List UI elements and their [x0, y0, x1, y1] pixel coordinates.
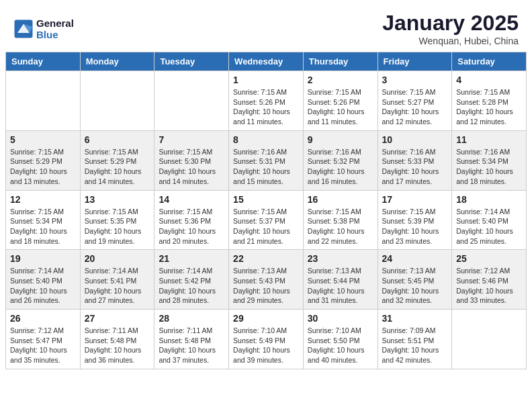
calendar-cell: 3Sunrise: 7:15 AM Sunset: 5:27 PM Daylig…	[378, 71, 452, 131]
calendar-cell: 30Sunrise: 7:10 AM Sunset: 5:50 PM Dayli…	[303, 310, 378, 369]
day-info: Sunrise: 7:14 AM Sunset: 5:40 PM Dayligh…	[456, 207, 522, 246]
day-info: Sunrise: 7:15 AM Sunset: 5:29 PM Dayligh…	[10, 147, 76, 187]
weekday-header: Sunday	[6, 52, 81, 71]
day-info: Sunrise: 7:10 AM Sunset: 5:49 PM Dayligh…	[233, 326, 299, 365]
day-number: 8	[233, 134, 299, 145]
calendar-cell: 12Sunrise: 7:15 AM Sunset: 5:34 PM Dayli…	[6, 190, 81, 250]
calendar-cell: 10Sunrise: 7:16 AM Sunset: 5:33 PM Dayli…	[378, 130, 452, 190]
day-number: 7	[159, 134, 224, 145]
calendar-cell: 11Sunrise: 7:16 AM Sunset: 5:34 PM Dayli…	[452, 130, 527, 190]
calendar-cell: 7Sunrise: 7:15 AM Sunset: 5:30 PM Daylig…	[154, 130, 229, 190]
day-info: Sunrise: 7:15 AM Sunset: 5:28 PM Dayligh…	[456, 87, 522, 127]
day-number: 1	[233, 75, 299, 85]
day-number: 30	[308, 313, 373, 324]
day-number: 21	[159, 253, 224, 264]
day-number: 16	[308, 194, 373, 205]
day-number: 4	[456, 75, 522, 85]
calendar-cell: 17Sunrise: 7:15 AM Sunset: 5:39 PM Dayli…	[378, 190, 452, 250]
logo-text: General Blue	[36, 17, 74, 40]
calendar-cell: 6Sunrise: 7:15 AM Sunset: 5:29 PM Daylig…	[80, 130, 154, 190]
day-info: Sunrise: 7:10 AM Sunset: 5:50 PM Dayligh…	[308, 326, 373, 365]
calendar-cell: 14Sunrise: 7:15 AM Sunset: 5:36 PM Dayli…	[154, 190, 229, 250]
day-info: Sunrise: 7:09 AM Sunset: 5:51 PM Dayligh…	[382, 326, 448, 365]
calendar-table: SundayMondayTuesdayWednesdayThursdayFrid…	[5, 52, 527, 369]
calendar-cell	[6, 71, 81, 131]
day-number: 5	[10, 134, 76, 145]
day-info: Sunrise: 7:15 AM Sunset: 5:27 PM Dayligh…	[382, 87, 448, 127]
weekday-header: Monday	[80, 52, 154, 71]
calendar-cell: 1Sunrise: 7:15 AM Sunset: 5:26 PM Daylig…	[229, 71, 304, 131]
day-number: 11	[456, 134, 522, 145]
day-info: Sunrise: 7:16 AM Sunset: 5:32 PM Dayligh…	[308, 147, 373, 187]
week-row: 12Sunrise: 7:15 AM Sunset: 5:34 PM Dayli…	[6, 190, 527, 250]
day-number: 17	[382, 194, 448, 205]
day-info: Sunrise: 7:15 AM Sunset: 5:39 PM Dayligh…	[382, 207, 448, 246]
day-number: 9	[308, 134, 373, 145]
day-info: Sunrise: 7:12 AM Sunset: 5:46 PM Dayligh…	[456, 266, 522, 306]
day-info: Sunrise: 7:11 AM Sunset: 5:48 PM Dayligh…	[85, 326, 150, 365]
title-block: January 2025 Wenquan, Hubei, China	[382, 11, 519, 46]
calendar-cell: 29Sunrise: 7:10 AM Sunset: 5:49 PM Dayli…	[229, 310, 304, 369]
day-number: 3	[382, 75, 448, 85]
day-number: 6	[85, 134, 150, 145]
day-info: Sunrise: 7:15 AM Sunset: 5:36 PM Dayligh…	[159, 207, 224, 246]
day-number: 22	[233, 253, 299, 264]
day-number: 24	[382, 253, 448, 264]
day-info: Sunrise: 7:15 AM Sunset: 5:26 PM Dayligh…	[308, 87, 373, 127]
weekday-header: Tuesday	[154, 52, 229, 71]
calendar-cell: 13Sunrise: 7:15 AM Sunset: 5:35 PM Dayli…	[80, 190, 154, 250]
day-info: Sunrise: 7:14 AM Sunset: 5:41 PM Dayligh…	[85, 266, 150, 306]
week-row: 5Sunrise: 7:15 AM Sunset: 5:29 PM Daylig…	[6, 130, 527, 190]
day-number: 20	[85, 253, 150, 264]
calendar-cell	[154, 71, 229, 131]
day-info: Sunrise: 7:15 AM Sunset: 5:35 PM Dayligh…	[85, 207, 150, 246]
calendar-cell: 2Sunrise: 7:15 AM Sunset: 5:26 PM Daylig…	[303, 71, 378, 131]
calendar-wrapper: SundayMondayTuesdayWednesdayThursdayFrid…	[0, 52, 532, 375]
calendar-cell: 19Sunrise: 7:14 AM Sunset: 5:40 PM Dayli…	[6, 250, 81, 310]
week-row: 26Sunrise: 7:12 AM Sunset: 5:47 PM Dayli…	[6, 310, 527, 369]
calendar-cell: 8Sunrise: 7:16 AM Sunset: 5:31 PM Daylig…	[229, 130, 304, 190]
day-number: 2	[308, 75, 373, 85]
day-number: 10	[382, 134, 448, 145]
day-info: Sunrise: 7:16 AM Sunset: 5:31 PM Dayligh…	[233, 147, 299, 187]
day-number: 13	[85, 194, 150, 205]
weekday-header: Saturday	[452, 52, 527, 71]
day-number: 23	[308, 253, 373, 264]
day-number: 12	[10, 194, 76, 205]
day-info: Sunrise: 7:15 AM Sunset: 5:26 PM Dayligh…	[233, 87, 299, 127]
day-number: 26	[10, 313, 76, 324]
day-info: Sunrise: 7:14 AM Sunset: 5:42 PM Dayligh…	[159, 266, 224, 306]
week-row: 19Sunrise: 7:14 AM Sunset: 5:40 PM Dayli…	[6, 250, 527, 310]
calendar-cell: 18Sunrise: 7:14 AM Sunset: 5:40 PM Dayli…	[452, 190, 527, 250]
page-header: General Blue January 2025 Wenquan, Hubei…	[0, 0, 532, 52]
logo: General Blue	[13, 17, 74, 40]
day-info: Sunrise: 7:15 AM Sunset: 5:30 PM Dayligh…	[159, 147, 224, 187]
month-title: January 2025	[382, 11, 519, 36]
day-info: Sunrise: 7:12 AM Sunset: 5:47 PM Dayligh…	[10, 326, 76, 365]
week-row: 1Sunrise: 7:15 AM Sunset: 5:26 PM Daylig…	[6, 71, 527, 131]
day-info: Sunrise: 7:13 AM Sunset: 5:43 PM Dayligh…	[233, 266, 299, 306]
day-info: Sunrise: 7:13 AM Sunset: 5:45 PM Dayligh…	[382, 266, 448, 306]
day-info: Sunrise: 7:15 AM Sunset: 5:29 PM Dayligh…	[85, 147, 150, 187]
day-info: Sunrise: 7:16 AM Sunset: 5:33 PM Dayligh…	[382, 147, 448, 187]
weekday-header: Wednesday	[229, 52, 304, 71]
weekday-header: Thursday	[303, 52, 378, 71]
calendar-cell: 21Sunrise: 7:14 AM Sunset: 5:42 PM Dayli…	[154, 250, 229, 310]
calendar-cell: 26Sunrise: 7:12 AM Sunset: 5:47 PM Dayli…	[6, 310, 81, 369]
day-number: 14	[159, 194, 224, 205]
weekday-header: Friday	[378, 52, 452, 71]
day-number: 28	[159, 313, 224, 324]
calendar-cell: 24Sunrise: 7:13 AM Sunset: 5:45 PM Dayli…	[378, 250, 452, 310]
day-number: 31	[382, 313, 448, 324]
calendar-cell: 20Sunrise: 7:14 AM Sunset: 5:41 PM Dayli…	[80, 250, 154, 310]
calendar-cell	[80, 71, 154, 131]
day-number: 27	[85, 313, 150, 324]
day-info: Sunrise: 7:11 AM Sunset: 5:48 PM Dayligh…	[159, 326, 224, 365]
day-info: Sunrise: 7:15 AM Sunset: 5:38 PM Dayligh…	[308, 207, 373, 246]
calendar-cell: 25Sunrise: 7:12 AM Sunset: 5:46 PM Dayli…	[452, 250, 527, 310]
day-info: Sunrise: 7:13 AM Sunset: 5:44 PM Dayligh…	[308, 266, 373, 306]
day-number: 29	[233, 313, 299, 324]
calendar-cell: 16Sunrise: 7:15 AM Sunset: 5:38 PM Dayli…	[303, 190, 378, 250]
day-number: 15	[233, 194, 299, 205]
header-row: SundayMondayTuesdayWednesdayThursdayFrid…	[6, 52, 527, 71]
